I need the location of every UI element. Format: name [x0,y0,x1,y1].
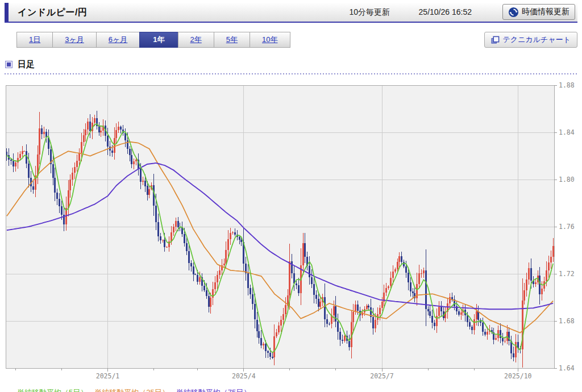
legend-item-0: 単純移動平均（5日） [17,388,88,392]
period-tab-4[interactable]: 2年 [178,32,214,48]
legend-item-1: 単純移動平均（25日） [94,388,169,392]
svg-text:2025/10: 2025/10 [504,372,532,380]
period-tab-bar: 1日3ヶ月6ヶ月1年2年5年10年 [17,32,290,48]
svg-text:2025/7: 2025/7 [370,372,394,380]
ma-legend: 単純移動平均（5日）単純移動平均（25日）単純移動平均（75日） [17,387,257,392]
section-title: 日足 [18,59,35,70]
technical-chart-label: テクニカルチャート [503,35,571,45]
period-tab-3[interactable]: 1年 [139,32,178,48]
title-bar: インドルピー/円 10分毎更新 25/10/26 16:52 時価情報更新 [5,3,577,23]
title-accent-bar [5,3,9,22]
period-tab-1[interactable]: 3ヶ月 [52,32,97,48]
refresh-icon [508,7,519,18]
page-title: インドルピー/円 [18,3,87,22]
refresh-quotes-button[interactable]: 時価情報更新 [502,4,575,20]
refresh-button-label: 時価情報更新 [522,7,569,17]
section-header: 日足 [5,59,35,70]
svg-text:1.88: 1.88 [559,81,575,89]
period-tab-0[interactable]: 1日 [16,32,53,48]
svg-text:1.64: 1.64 [559,364,575,372]
svg-text:2025/4: 2025/4 [232,372,256,380]
technical-chart-button[interactable]: テクニカルチャート [484,32,577,48]
layers-icon [491,36,500,44]
section-bullet-icon [5,61,13,68]
period-tab-6[interactable]: 10年 [250,32,290,48]
forex-chart-page: 2025/12025/42025/72025/101.881.841.801.7… [0,0,582,392]
update-frequency-label: 10分毎更新 [349,3,390,22]
quote-timestamp: 25/10/26 16:52 [419,3,472,22]
dotted-divider [5,73,577,74]
svg-text:1.68: 1.68 [559,317,575,325]
svg-text:1.72: 1.72 [559,270,575,278]
price-chart: 2025/12025/42025/72025/101.881.841.801.7… [0,0,582,392]
svg-text:2025/1: 2025/1 [96,372,120,380]
period-tab-2[interactable]: 6ヶ月 [96,32,140,48]
period-tab-5[interactable]: 5年 [214,32,250,48]
legend-item-2: 単純移動平均（75日） [176,388,251,392]
svg-text:1.76: 1.76 [559,223,575,231]
svg-text:1.80: 1.80 [559,176,575,184]
svg-text:1.84: 1.84 [559,128,575,136]
